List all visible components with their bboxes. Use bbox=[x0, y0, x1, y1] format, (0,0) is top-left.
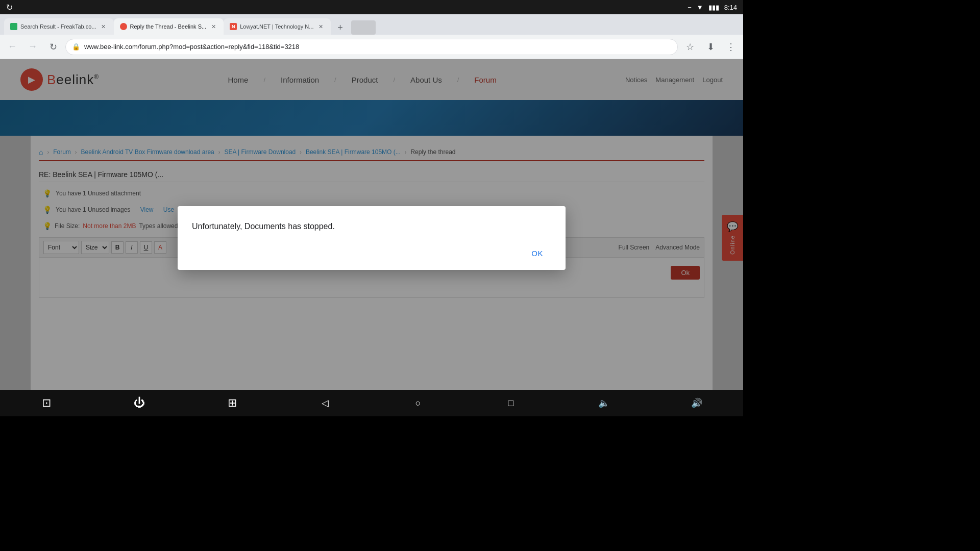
lock-icon: 🔒 bbox=[72, 43, 80, 51]
new-tab-button[interactable]: + bbox=[333, 20, 347, 35]
tasks-button[interactable]: ⊞ bbox=[220, 391, 244, 415]
vol-down-button[interactable]: 🔈 bbox=[592, 391, 616, 415]
power-button[interactable]: ⏻ bbox=[127, 391, 152, 415]
dialog-ok-button[interactable]: OK bbox=[523, 245, 551, 262]
reload-button[interactable]: ↻ bbox=[45, 39, 61, 55]
tab-lowyat-title: Lowyat.NET | Technology N... bbox=[240, 23, 313, 30]
dialog-overlay: Unfortunately, Documents has stopped. OK bbox=[0, 59, 743, 416]
tab-lowyat[interactable]: N Lowyat.NET | Technology N... ✕ bbox=[224, 18, 331, 35]
dialog-box: Unfortunately, Documents has stopped. OK bbox=[178, 206, 566, 270]
screenshot-button[interactable]: ⊡ bbox=[34, 391, 59, 415]
dialog-actions: OK bbox=[192, 245, 551, 262]
freaktab-favicon bbox=[10, 23, 17, 30]
home-nav-button[interactable]: ○ bbox=[406, 391, 430, 415]
battery-icon: − bbox=[688, 4, 692, 11]
bookmark-button[interactable]: ☆ bbox=[682, 39, 698, 55]
forward-button[interactable]: → bbox=[24, 39, 41, 55]
android-nav-bar: ⊡ ⏻ ⊞ ◁ ○ □ 🔈 🔊 bbox=[0, 390, 743, 416]
beelink-favicon bbox=[120, 23, 127, 30]
tab-beelink-close[interactable]: ✕ bbox=[209, 22, 217, 31]
dialog-message: Unfortunately, Documents has stopped. bbox=[192, 220, 551, 233]
time-display: 8:14 bbox=[724, 4, 737, 11]
tab-freaktab[interactable]: Search Result - FreakTab.co... ✕ bbox=[4, 18, 114, 35]
lowyat-favicon: N bbox=[230, 23, 237, 30]
address-bar: ← → ↻ 🔒 www.bee-link.com/forum.php?mod=p… bbox=[0, 35, 743, 59]
page-content: ▶ Beelink® Home / Information / Product … bbox=[0, 59, 743, 416]
tab-freaktab-title: Search Result - FreakTab.co... bbox=[20, 23, 96, 30]
tab-beelink-title: Reply the Thread - Beelink S... bbox=[130, 23, 207, 30]
tab-lowyat-close[interactable]: ✕ bbox=[316, 22, 325, 31]
address-input[interactable]: 🔒 www.bee-link.com/forum.php?mod=post&ac… bbox=[65, 39, 678, 55]
status-bar-right: − ▼ ▮▮▮ 8:14 bbox=[688, 4, 737, 11]
tab-empty bbox=[351, 20, 376, 35]
back-button[interactable]: ← bbox=[4, 39, 20, 55]
url-text: www.bee-link.com/forum.php?mod=post&acti… bbox=[84, 43, 671, 51]
recents-nav-button[interactable]: □ bbox=[499, 391, 523, 415]
signal-icon: ▮▮▮ bbox=[708, 4, 719, 11]
download-button[interactable]: ⬇ bbox=[702, 39, 719, 55]
tab-bar: Search Result - FreakTab.co... ✕ Reply t… bbox=[0, 14, 743, 35]
tab-beelink[interactable]: Reply the Thread - Beelink S... ✕ bbox=[114, 18, 224, 35]
status-bar: ↻ − ▼ ▮▮▮ 8:14 bbox=[0, 0, 743, 14]
wifi-icon: ▼ bbox=[697, 4, 703, 11]
refresh-status-icon: ↻ bbox=[6, 3, 13, 12]
vol-up-button[interactable]: 🔊 bbox=[684, 391, 709, 415]
tab-freaktab-close[interactable]: ✕ bbox=[100, 22, 108, 31]
status-bar-left: ↻ bbox=[6, 3, 13, 12]
back-nav-button[interactable]: ◁ bbox=[313, 391, 337, 415]
menu-button[interactable]: ⋮ bbox=[723, 39, 739, 55]
browser-frame: Search Result - FreakTab.co... ✕ Reply t… bbox=[0, 14, 743, 416]
